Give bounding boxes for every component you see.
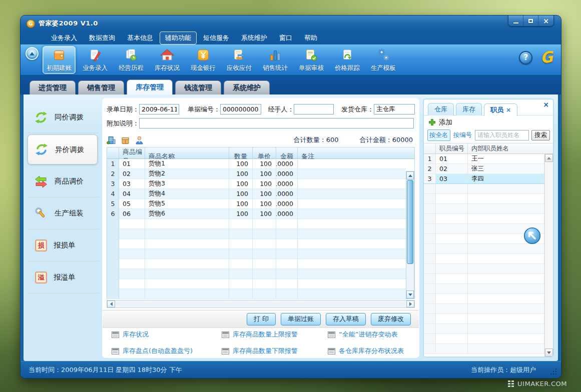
empty-row[interactable] bbox=[107, 279, 406, 289]
toolbar-collapse-button[interactable] bbox=[26, 47, 39, 60]
scroll-up-button[interactable] bbox=[406, 172, 414, 180]
filter-by-name[interactable]: 按全名 bbox=[427, 130, 450, 141]
product-row[interactable]: 4 04 货物4 100 100 10000 bbox=[107, 189, 406, 199]
toolbar-production-template[interactable]: 生产模板 bbox=[367, 46, 400, 74]
empty-row[interactable] bbox=[107, 289, 406, 299]
menu-basic-info[interactable]: 基本信息 bbox=[122, 32, 159, 44]
resize-grip-icon[interactable] bbox=[550, 368, 557, 374]
product-row[interactable]: 3 03 货物3 100 100 10000 bbox=[107, 179, 406, 189]
toolbar-business-history[interactable]: 经营历程 bbox=[115, 46, 148, 74]
product-row[interactable]: 2 02 货物2 100 100 10000 bbox=[107, 169, 406, 179]
tab-staff[interactable]: 职员 × bbox=[484, 104, 517, 116]
goods-box-icon[interactable] bbox=[121, 136, 130, 145]
search-button[interactable]: 搜索 bbox=[531, 130, 550, 140]
voucher-no-input[interactable] bbox=[220, 104, 261, 114]
minimize-button[interactable] bbox=[508, 16, 523, 26]
tab-stock[interactable]: 库存 bbox=[456, 103, 482, 116]
empty-row[interactable] bbox=[424, 344, 544, 354]
close-button[interactable]: × bbox=[538, 16, 553, 26]
link-inventory-status[interactable]: 库存状况 bbox=[112, 330, 222, 339]
vertical-scrollbar[interactable] bbox=[406, 171, 414, 299]
sidebar-production-assembly[interactable]: 生产组装 bbox=[28, 198, 99, 230]
tab-close-icon[interactable]: × bbox=[506, 106, 511, 114]
tab-cashflow-management[interactable]: 钱流管理 bbox=[175, 80, 221, 94]
staff-row[interactable]: 2 02 张三 bbox=[424, 164, 544, 174]
scrollbar-thumb[interactable] bbox=[407, 180, 413, 264]
tab-sales-management[interactable]: 销售管理 bbox=[78, 80, 124, 94]
empty-row[interactable] bbox=[107, 229, 406, 239]
sidebar-same-price-transfer[interactable]: 同价调拨 bbox=[28, 102, 99, 134]
sidebar-diff-price-transfer[interactable]: 异价调拨 bbox=[28, 134, 98, 164]
toolbar-receivables-payables[interactable]: 应收应付 bbox=[223, 46, 256, 74]
header-staff-code[interactable]: 职员编号 bbox=[436, 144, 468, 154]
product-row[interactable]: 1 01 货物1 100 100 10000 bbox=[107, 159, 406, 169]
warehouse-building-icon[interactable] bbox=[107, 136, 116, 145]
sidebar-overflow-report[interactable]: 溢 报溢单 bbox=[28, 262, 99, 294]
add-row[interactable]: 添加 bbox=[424, 116, 553, 129]
empty-row[interactable] bbox=[424, 324, 544, 334]
menu-business-entry[interactable]: 业务录入 bbox=[46, 32, 83, 44]
link-stock-upper-limit-alert[interactable]: 库存商品数量上限报警 bbox=[222, 330, 328, 339]
empty-row[interactable] bbox=[424, 244, 544, 254]
tab-purchase-management[interactable]: 进货管理 bbox=[30, 80, 76, 94]
staff-search-input[interactable] bbox=[475, 130, 529, 140]
staff-row-selected[interactable]: 3 03 李四 bbox=[424, 174, 544, 184]
empty-row[interactable] bbox=[424, 284, 544, 294]
empty-row[interactable] bbox=[424, 314, 544, 324]
staff-vertical-scrollbar[interactable] bbox=[544, 154, 553, 356]
empty-row[interactable] bbox=[424, 194, 544, 204]
tab-system-maintenance[interactable]: 系统维护 bbox=[224, 80, 270, 94]
menu-auxiliary[interactable]: 辅助功能 bbox=[160, 32, 197, 44]
link-all-in-one-report[interactable]: “全能”进销存变动表 bbox=[328, 330, 417, 339]
menu-window[interactable]: 窗口 bbox=[274, 32, 298, 44]
menu-data-query[interactable]: 数据查询 bbox=[84, 32, 121, 44]
empty-row[interactable] bbox=[424, 264, 544, 274]
link-stocktaking[interactable]: 库存盘点(自动盘盈盘亏) bbox=[112, 346, 222, 356]
toolbar-cash-bank[interactable]: 现金银行 bbox=[187, 46, 220, 74]
header-staff-name[interactable]: 内部职员姓名 bbox=[468, 144, 553, 154]
handler-input[interactable] bbox=[294, 104, 334, 114]
toolbar-inventory-status[interactable]: 库存状况 bbox=[151, 46, 184, 74]
product-row[interactable]: 6 06 货物6 100 100 10000 bbox=[107, 209, 406, 219]
empty-row[interactable] bbox=[424, 274, 544, 284]
empty-row[interactable] bbox=[424, 214, 544, 224]
empty-row[interactable] bbox=[107, 249, 406, 259]
post-voucher-button[interactable]: 单据过账 bbox=[281, 313, 321, 326]
person-icon[interactable] bbox=[135, 136, 144, 145]
toolbar-initial-account[interactable]: 初期建账 bbox=[43, 46, 76, 74]
empty-row[interactable] bbox=[107, 219, 406, 229]
staff-row[interactable]: 1 01 王一 bbox=[424, 154, 544, 164]
save-draft-button[interactable]: 存入草稿 bbox=[326, 313, 366, 326]
print-button[interactable]: 打 印 bbox=[247, 313, 276, 326]
empty-row[interactable] bbox=[107, 239, 406, 249]
sidebar-loss-report[interactable]: 损 报损单 bbox=[28, 230, 99, 262]
link-warehouse-distribution[interactable]: 各仓库库存分布状况表 bbox=[328, 346, 417, 356]
scroll-right-button[interactable] bbox=[406, 300, 414, 308]
toolbar-price-tracking[interactable]: 价格跟踪 bbox=[331, 46, 364, 74]
menu-help[interactable]: 帮助 bbox=[299, 32, 323, 44]
empty-row[interactable] bbox=[424, 204, 544, 214]
menu-sms[interactable]: 短信服务 bbox=[198, 32, 235, 44]
toolbar-sales-statistics[interactable]: 销售统计 bbox=[259, 46, 292, 74]
scroll-down-button[interactable] bbox=[406, 290, 414, 298]
tab-warehouse[interactable]: 仓库 bbox=[428, 103, 454, 116]
empty-row[interactable] bbox=[107, 269, 406, 279]
scroll-up-button[interactable] bbox=[545, 154, 553, 162]
scroll-left-button[interactable] bbox=[107, 300, 115, 308]
maximize-button[interactable] bbox=[523, 16, 538, 26]
filter-by-code[interactable]: 按编号 bbox=[453, 131, 473, 140]
panel-close-icon[interactable]: × bbox=[543, 100, 549, 108]
menu-system-maintenance[interactable]: 系统维护 bbox=[236, 32, 273, 44]
product-row[interactable]: 5 05 货物5 100 100 10000 bbox=[107, 199, 406, 209]
empty-row[interactable] bbox=[424, 304, 544, 314]
empty-row[interactable] bbox=[424, 294, 544, 304]
toolbar-business-entry[interactable]: 业务录入 bbox=[79, 46, 112, 74]
toolbar-voucher-audit[interactable]: 单据审核 bbox=[295, 46, 328, 74]
warehouse-input[interactable] bbox=[374, 104, 415, 114]
horizontal-scrollbar[interactable] bbox=[107, 300, 415, 308]
empty-row[interactable] bbox=[107, 259, 406, 269]
discard-changes-button[interactable]: 废弃修改 bbox=[371, 313, 411, 326]
empty-row[interactable] bbox=[424, 254, 544, 264]
empty-row[interactable] bbox=[424, 334, 544, 344]
scroll-down-button[interactable] bbox=[545, 348, 553, 356]
